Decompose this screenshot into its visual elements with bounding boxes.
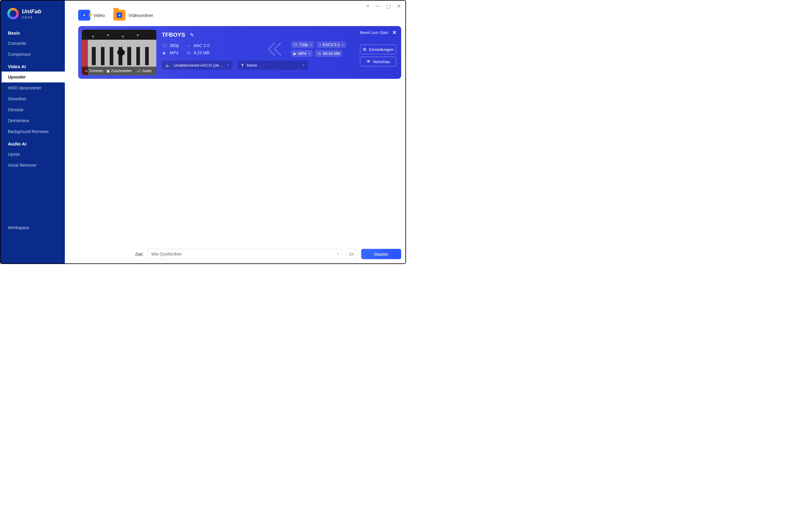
start-label: Starten (374, 252, 388, 257)
output-container-value: MP4 (298, 51, 306, 56)
thumb-toolbar: ⇿ Trimmen ▣ Zuschneiden 🔊 Audio (82, 67, 156, 75)
speaker-icon: 🔊 (137, 69, 141, 73)
trim-icon: ⇿ (85, 69, 88, 73)
src-res: 360p (170, 43, 179, 48)
src-container: MP4 (170, 50, 178, 55)
sidebar-item-smoother[interactable]: Smoother (1, 94, 65, 104)
note-icon: ♪ (319, 43, 321, 47)
storage-icon: 🗀 (186, 51, 191, 55)
sidebar: UniFab 2.0.3.4 Basic Converter Compresso… (1, 1, 65, 263)
settings-label: Einstellungen (369, 47, 394, 52)
arrow-icon (268, 42, 285, 56)
target-path-value: Wie Quellordner (151, 252, 182, 256)
status-text: Bereit zum Start (360, 30, 388, 35)
subtitle-value: Keine (247, 63, 257, 68)
text-icon: T (241, 63, 244, 68)
app-window: UniFab 2.0.3.4 Basic Converter Compresso… (0, 0, 406, 264)
folder-open-icon: 🗁 (349, 251, 354, 257)
sidebar-item-workspace[interactable]: Workspace (1, 222, 65, 233)
play-icon: ▶ (162, 51, 167, 55)
sidebar-item-upscaler[interactable]: Upscaler (1, 72, 65, 83)
output-res-select[interactable]: 🖵720p▾ (291, 41, 314, 48)
sidebar-item-denoise[interactable]: Denoise (1, 104, 65, 115)
brand-version: 2.0.3.4 (22, 15, 41, 19)
toolbar: + Video + Videoordner (65, 1, 405, 26)
sidebar-item-converter[interactable]: Converter (1, 38, 65, 49)
brand: UniFab 2.0.3.4 (1, 6, 65, 26)
output-res-value: 720p (299, 42, 308, 47)
edit-title-icon[interactable]: ✎ (190, 32, 194, 38)
section-videoai: Video AI (1, 60, 65, 72)
video-card: ⇿ Trimmen ▣ Zuschneiden 🔊 Audio (78, 26, 401, 79)
play-icon: ▶ (294, 52, 296, 56)
eye-icon: 👁 (366, 59, 371, 64)
maximize-icon[interactable]: ▢ (384, 2, 393, 10)
section-audioai: Audio AI (1, 137, 65, 149)
preview-label: Vorschau (373, 59, 390, 64)
output-size: 🗀59.00 MB (315, 50, 343, 57)
video-thumbnail[interactable]: ⇿ Trimmen ▣ Zuschneiden 🔊 Audio (82, 30, 156, 75)
brand-logo-icon (7, 8, 19, 19)
target-path-select[interactable]: Wie Quellordner ▾ (148, 249, 343, 259)
add-video-button[interactable]: + Video (78, 10, 105, 20)
output-audio-select[interactable]: ♪EAC3 5.1▾ (317, 41, 346, 48)
browse-folder-button[interactable]: 🗁 (347, 249, 357, 259)
add-video-label: Video (93, 13, 105, 18)
output-size-value: 59.00 MB (323, 51, 340, 56)
remove-card-icon[interactable]: ✕ (392, 30, 396, 35)
settings-button[interactable]: ⚙ Einstellungen (360, 45, 396, 54)
sidebar-item-vocal-remover[interactable]: Vocal Remover (1, 160, 65, 171)
hamburger-icon[interactable]: ≡ (364, 2, 372, 10)
target-label: Ziel: (135, 252, 144, 257)
window-controls: ≡ — ▢ ✕ (364, 2, 403, 10)
crop-icon: ▣ (106, 69, 110, 73)
sidebar-item-upmix[interactable]: Upmix (1, 149, 65, 160)
gear-icon: ⚙ (363, 47, 367, 52)
crop-button[interactable]: ▣ Zuschneiden (106, 67, 132, 75)
sidebar-item-hdr-upconverter[interactable]: HDR Upconverter (1, 83, 65, 94)
src-size: 8.29 MB (193, 50, 209, 55)
source-props: 🖵360p ▶MP4 (162, 43, 179, 55)
sidebar-item-deinterlace[interactable]: Deinterlace (1, 115, 65, 126)
audio-track-select[interactable]: 🔈Undetermined AAC/2 (default) ▾ (162, 61, 232, 70)
trim-label: Trimmen (89, 69, 103, 73)
video-title: TFBOYS (162, 31, 185, 38)
audio-button[interactable]: 🔊 Audio (132, 67, 156, 75)
monitor-icon: 🖵 (294, 43, 297, 47)
close-window-icon[interactable]: ✕ (394, 2, 403, 10)
note-icon: ♪ (186, 43, 191, 48)
monitor-icon: 🖵 (162, 43, 167, 48)
folder-icon: + (113, 10, 126, 20)
main-area: ≡ — ▢ ✕ + Video + Videoordner (65, 1, 405, 263)
minimize-icon[interactable]: — (374, 2, 382, 10)
source-props-2: ♪AAC 2.0 🗀8.29 MB (186, 43, 209, 55)
add-folder-label: Videoordner (129, 13, 153, 18)
sidebar-item-compressor[interactable]: Compressor (1, 49, 65, 60)
sidebar-item-background-remover[interactable]: Background Remover (1, 126, 65, 137)
start-button[interactable]: Starten (361, 249, 401, 259)
crop-label: Zuschneiden (111, 69, 132, 73)
output-audio-value: EAC3 5.1 (323, 42, 340, 47)
video-icon: + (78, 10, 90, 20)
brand-name: UniFab (22, 8, 41, 15)
src-audio: AAC 2.0 (193, 43, 209, 48)
storage-icon: 🗀 (318, 52, 321, 56)
speaker-icon: 🔈 (165, 63, 171, 68)
add-folder-button[interactable]: + Videoordner (113, 10, 153, 20)
audio-track-value: Undetermined AAC/2 (default) (174, 63, 224, 68)
audio-label: Audio (142, 69, 152, 73)
footer: Ziel: Wie Quellordner ▾ 🗁 Starten (135, 249, 401, 259)
output-container-select[interactable]: ▶MP4▾ (291, 50, 313, 57)
trim-button[interactable]: ⇿ Trimmen (82, 67, 106, 75)
preview-button[interactable]: 👁 Vorschau (360, 57, 396, 66)
section-basic: Basic (1, 26, 65, 38)
subtitle-select[interactable]: TKeine ▾ (237, 61, 308, 70)
